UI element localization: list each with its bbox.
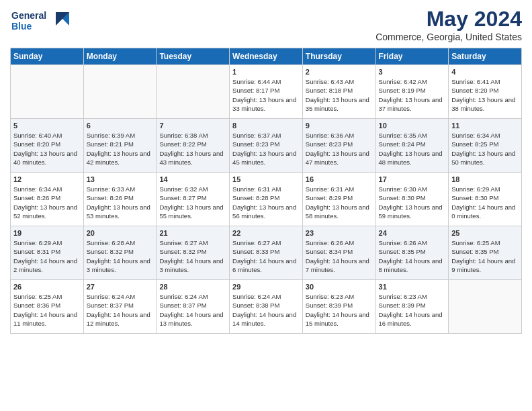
day-info: Sunrise: 6:31 AMSunset: 8:28 PMDaylight:…	[232, 185, 300, 220]
daylight-text: Daylight: 14 hours and 6 minutes.	[232, 257, 296, 273]
daylight-text: Daylight: 13 hours and 47 minutes.	[306, 150, 369, 166]
calendar-cell: 27Sunrise: 6:24 AMSunset: 8:37 PMDayligh…	[83, 280, 157, 334]
sunrise-text: Sunrise: 6:38 AM	[159, 132, 208, 139]
sunset-text: Sunset: 8:26 PM	[13, 194, 60, 201]
header-row: SundayMondayTuesdayWednesdayThursdayFrid…	[11, 48, 522, 65]
day-number: 19	[13, 229, 81, 237]
sunrise-text: Sunrise: 6:27 AM	[159, 239, 208, 246]
calendar-cell: 18Sunrise: 6:29 AMSunset: 8:30 PMDayligh…	[449, 173, 522, 226]
sunset-text: Sunset: 8:31 PM	[13, 248, 60, 255]
calendar-cell: 19Sunrise: 6:29 AMSunset: 8:31 PMDayligh…	[11, 226, 84, 280]
logo-svg: General Blue	[10, 7, 71, 34]
day-info: Sunrise: 6:35 AMSunset: 8:24 PMDaylight:…	[379, 131, 446, 167]
day-number: 21	[159, 229, 226, 237]
day-info: Sunrise: 6:33 AMSunset: 8:26 PMDaylight:…	[87, 185, 154, 220]
day-info: Sunrise: 6:24 AMSunset: 8:37 PMDaylight:…	[159, 292, 226, 328]
sunset-text: Sunset: 8:30 PM	[379, 194, 426, 201]
day-info: Sunrise: 6:34 AMSunset: 8:25 PMDaylight:…	[451, 131, 519, 167]
daylight-text: Daylight: 14 hours and 7 minutes.	[306, 257, 369, 273]
calendar-cell: 10Sunrise: 6:35 AMSunset: 8:24 PMDayligh…	[375, 119, 449, 173]
calendar-cell: 24Sunrise: 6:26 AMSunset: 8:35 PMDayligh…	[375, 226, 449, 280]
day-number: 4	[451, 68, 519, 76]
sunset-text: Sunset: 8:35 PM	[451, 248, 498, 255]
calendar-cell: 6Sunrise: 6:39 AMSunset: 8:21 PMDaylight…	[83, 119, 157, 173]
calendar-cell	[83, 65, 157, 119]
sunrise-text: Sunrise: 6:29 AM	[451, 185, 500, 193]
calendar-cell: 17Sunrise: 6:30 AMSunset: 8:30 PMDayligh…	[375, 173, 449, 226]
sunset-text: Sunset: 8:18 PM	[306, 87, 353, 94]
day-number: 31	[379, 283, 446, 291]
day-number: 13	[87, 175, 154, 183]
calendar-cell: 8Sunrise: 6:37 AMSunset: 8:23 PMDaylight…	[230, 119, 303, 173]
day-info: Sunrise: 6:26 AMSunset: 8:34 PMDaylight:…	[306, 238, 373, 274]
subtitle: Commerce, Georgia, United States	[375, 32, 522, 42]
day-info: Sunrise: 6:23 AMSunset: 8:39 PMDaylight:…	[306, 292, 373, 328]
calendar-cell: 30Sunrise: 6:23 AMSunset: 8:39 PMDayligh…	[302, 280, 375, 334]
sunset-text: Sunset: 8:29 PM	[306, 194, 353, 201]
daylight-text: Daylight: 14 hours and 16 minutes.	[379, 311, 443, 327]
day-info: Sunrise: 6:29 AMSunset: 8:31 PMDaylight:…	[13, 238, 81, 274]
day-number: 2	[306, 68, 373, 76]
calendar-cell: 25Sunrise: 6:25 AMSunset: 8:35 PMDayligh…	[449, 226, 522, 280]
day-info: Sunrise: 6:38 AMSunset: 8:22 PMDaylight:…	[159, 131, 226, 167]
daylight-text: Daylight: 13 hours and 45 minutes.	[232, 150, 296, 166]
week-row-3: 12Sunrise: 6:34 AMSunset: 8:26 PMDayligh…	[11, 173, 522, 226]
daylight-text: Daylight: 13 hours and 43 minutes.	[159, 150, 223, 166]
daylight-text: Daylight: 14 hours and 12 minutes.	[87, 311, 150, 327]
col-header-monday: Monday	[83, 48, 157, 65]
sunrise-text: Sunrise: 6:37 AM	[232, 132, 281, 139]
sunset-text: Sunset: 8:20 PM	[451, 87, 498, 94]
sunset-text: Sunset: 8:37 PM	[87, 302, 134, 309]
day-info: Sunrise: 6:39 AMSunset: 8:21 PMDaylight:…	[87, 131, 154, 167]
sunrise-text: Sunrise: 6:42 AM	[379, 78, 427, 85]
calendar-cell: 28Sunrise: 6:24 AMSunset: 8:37 PMDayligh…	[157, 280, 230, 334]
day-number: 11	[451, 122, 519, 130]
day-info: Sunrise: 6:31 AMSunset: 8:29 PMDaylight:…	[306, 185, 373, 220]
sunset-text: Sunset: 8:34 PM	[306, 248, 353, 255]
day-number: 15	[232, 175, 300, 183]
daylight-text: Daylight: 14 hours and 14 minutes.	[232, 311, 296, 327]
col-header-thursday: Thursday	[302, 48, 375, 65]
daylight-text: Daylight: 14 hours and 13 minutes.	[159, 311, 223, 327]
day-info: Sunrise: 6:36 AMSunset: 8:23 PMDaylight:…	[306, 131, 373, 167]
sunrise-text: Sunrise: 6:24 AM	[159, 293, 208, 300]
svg-text:Blue: Blue	[11, 21, 32, 32]
daylight-text: Daylight: 13 hours and 50 minutes.	[451, 150, 515, 166]
day-number: 24	[379, 229, 446, 237]
day-number: 18	[451, 175, 519, 183]
day-number: 6	[87, 122, 154, 130]
col-header-sunday: Sunday	[11, 48, 84, 65]
sunset-text: Sunset: 8:26 PM	[87, 194, 134, 201]
sunrise-text: Sunrise: 6:34 AM	[451, 132, 500, 139]
col-header-wednesday: Wednesday	[230, 48, 303, 65]
sunset-text: Sunset: 8:21 PM	[87, 140, 134, 148]
day-number: 20	[87, 229, 154, 237]
day-number: 5	[13, 122, 81, 130]
day-number: 26	[13, 283, 81, 291]
sunset-text: Sunset: 8:17 PM	[232, 87, 279, 94]
calendar-cell: 5Sunrise: 6:40 AMSunset: 8:20 PMDaylight…	[11, 119, 84, 173]
daylight-text: Daylight: 13 hours and 38 minutes.	[451, 96, 515, 112]
day-number: 8	[232, 122, 300, 130]
daylight-text: Daylight: 13 hours and 56 minutes.	[232, 203, 296, 220]
calendar-cell: 20Sunrise: 6:28 AMSunset: 8:32 PMDayligh…	[83, 226, 157, 280]
sunset-text: Sunset: 8:20 PM	[13, 140, 60, 148]
calendar-cell: 31Sunrise: 6:23 AMSunset: 8:39 PMDayligh…	[375, 280, 449, 334]
sunrise-text: Sunrise: 6:27 AM	[232, 239, 281, 246]
sunset-text: Sunset: 8:19 PM	[379, 87, 426, 94]
calendar-cell: 7Sunrise: 6:38 AMSunset: 8:22 PMDaylight…	[157, 119, 230, 173]
calendar-cell: 16Sunrise: 6:31 AMSunset: 8:29 PMDayligh…	[302, 173, 375, 226]
sunrise-text: Sunrise: 6:43 AM	[306, 78, 354, 85]
calendar-cell	[11, 65, 84, 119]
sunrise-text: Sunrise: 6:30 AM	[379, 185, 427, 193]
calendar-cell: 26Sunrise: 6:25 AMSunset: 8:36 PMDayligh…	[11, 280, 84, 334]
day-number: 17	[379, 175, 446, 183]
day-info: Sunrise: 6:27 AMSunset: 8:33 PMDaylight:…	[232, 238, 300, 274]
header: General Blue May 2024 Commerce, Georgia,…	[10, 7, 522, 42]
calendar-cell: 4Sunrise: 6:41 AMSunset: 8:20 PMDaylight…	[449, 65, 522, 119]
sunset-text: Sunset: 8:35 PM	[379, 248, 426, 255]
calendar-cell: 12Sunrise: 6:34 AMSunset: 8:26 PMDayligh…	[11, 173, 84, 226]
sunrise-text: Sunrise: 6:33 AM	[87, 185, 135, 193]
daylight-text: Daylight: 14 hours and 9 minutes.	[451, 257, 515, 273]
calendar-cell: 14Sunrise: 6:32 AMSunset: 8:27 PMDayligh…	[157, 173, 230, 226]
